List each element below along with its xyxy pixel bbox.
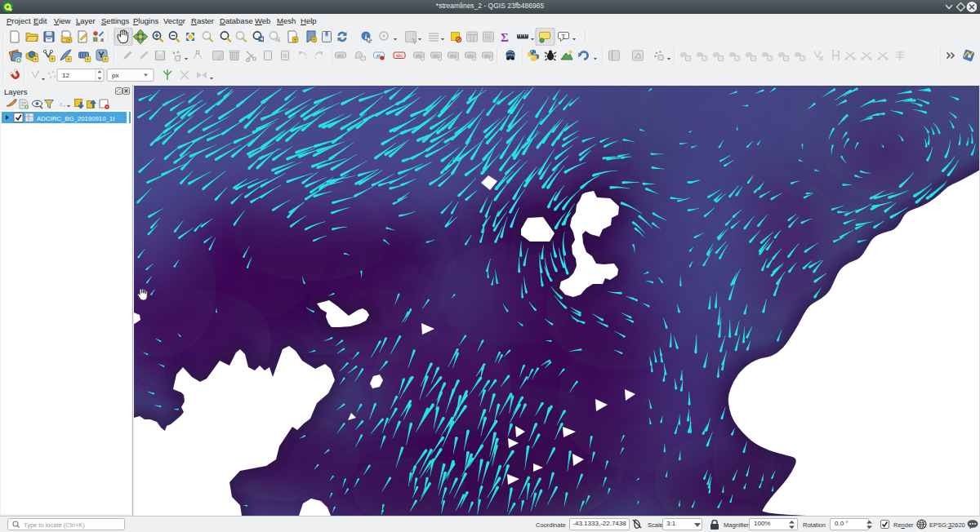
svg-text:abc: abc — [467, 53, 474, 58]
svg-text:ε: ε — [60, 100, 63, 108]
svg-text:12: 12 — [62, 72, 69, 79]
svg-text:abc: abc — [416, 53, 423, 58]
svg-text:T: T — [562, 33, 566, 41]
svg-text:Type to locate (Ctrl+K): Type to locate (Ctrl+K) — [24, 521, 85, 529]
svg-text:ab: ab — [376, 53, 381, 58]
svg-text:abc: abc — [484, 53, 492, 58]
svg-text:ADCIRC_BG_20190910_1t: ADCIRC_BG_20190910_1t — [37, 115, 115, 122]
svg-text:abc: abc — [337, 53, 345, 58]
svg-text:abc: abc — [396, 53, 403, 58]
svg-text:a: a — [100, 35, 104, 43]
svg-text:Σ: Σ — [501, 31, 509, 44]
svg-text:px: px — [112, 72, 118, 79]
svg-text:abc: abc — [433, 53, 440, 58]
svg-text:abc: abc — [450, 53, 457, 58]
